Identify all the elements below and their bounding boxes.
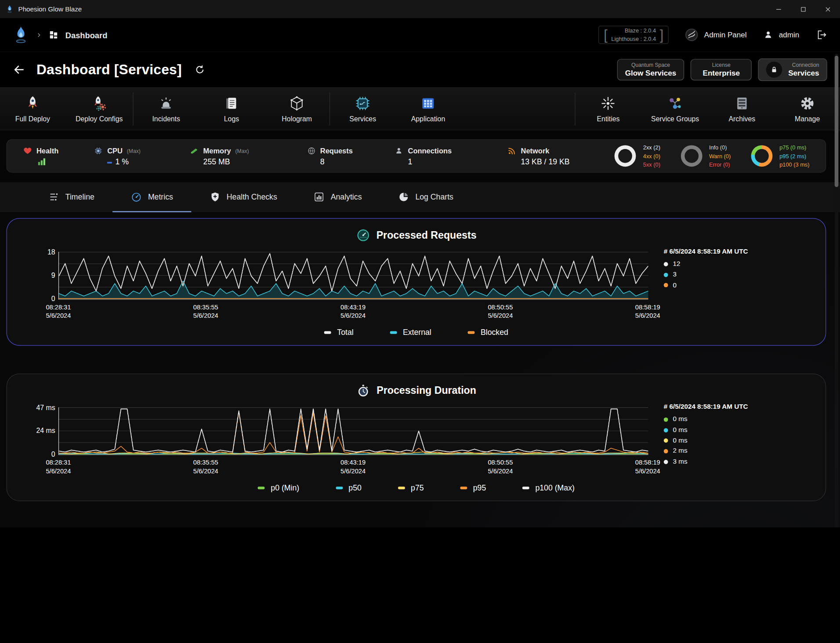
full-deploy-button[interactable]: Full Deploy [0,88,65,130]
incidents-button[interactable]: Incidents [134,88,199,130]
hologram-button[interactable]: Hologram [264,88,329,130]
legend-external[interactable]: External [390,328,431,337]
chart-timestamp: # 6/5/2024 8:58:19 AM UTC [664,247,825,255]
quantum-space-badge[interactable]: Quantum Space Glow Services [617,59,684,80]
current-p95: 2 ms [673,446,688,457]
lock-icon [770,65,779,74]
log-info-label: Info (0) [709,143,731,152]
logout-button[interactable] [815,29,827,41]
minimize-icon [775,5,782,13]
requests-stat: Requests 8 [307,146,353,166]
processing-duration-panel: Processing Duration 47 ms 24 ms 0 # 6/5/… [7,374,826,501]
cpu-icon [94,146,103,155]
user-menu[interactable]: admin [763,29,799,40]
current-p100: 3 ms [673,457,688,467]
latency-p75-label: p75 (0 ms) [779,143,809,152]
cpu-stat: CPU (Max) 1 % [94,146,141,166]
page-title: Dashboard [Services] [36,62,182,78]
legend-blocked[interactable]: Blocked [468,328,508,337]
current-p75: 0 ms [673,436,688,446]
legend-p0[interactable]: p0 (Min) [258,483,299,492]
close-button[interactable] [815,0,840,18]
back-button[interactable] [13,63,25,76]
legend-total[interactable]: Total [324,328,354,337]
brand-flame-icon[interactable] [13,25,29,44]
connection-badge[interactable]: Connection Services [758,58,827,81]
http-5xx-label: 5xx (0) [643,160,660,169]
chart-legend: Total External Blocked [7,328,826,337]
badge-caption: Quantum Space [625,62,677,68]
panel-title-text: Processed Requests [377,229,477,241]
latency-donut [751,145,773,167]
chip-icon [355,95,371,111]
tab-analytics[interactable]: Analytics [295,182,380,212]
badge-value: Services [788,69,819,77]
admin-panel-label: Admin Panel [704,31,747,40]
health-bars-icon [36,158,47,166]
panel-title-text: Processing Duration [377,385,476,397]
services-button[interactable]: Services [330,88,395,130]
badge-caption: Connection [788,62,819,68]
current-external: 3 [673,269,677,280]
title-bar: Phoesion Glow Blaze [0,0,840,18]
timeline-icon [48,191,60,203]
breadcrumb[interactable]: Dashboard [65,30,108,40]
tab-health-checks[interactable]: Health Checks [191,182,295,212]
x-axis-labels: 08:28:315/6/2024 08:35:555/6/2024 08:43:… [58,459,648,476]
duration-chart-plot [58,407,648,455]
entities-button[interactable]: Entities [576,88,641,130]
window-controls [766,0,840,18]
scrollbar-thumb[interactable] [835,56,839,187]
chart-timestamp: # 6/5/2024 8:58:19 AM UTC [664,403,825,411]
memory-stat: Memory (Max) 255 MB [190,146,249,166]
logs-button[interactable]: Logs [199,88,264,130]
dashboard-grid-icon [49,30,58,40]
minimize-button[interactable] [766,0,791,18]
analytics-icon [314,191,325,203]
stopwatch-icon [356,384,370,398]
log-levels-donut-group: Info (0) Warn (0) Error (0) [681,143,731,169]
tabs-bar: Timeline Metrics Health Checks Analytics… [0,182,840,213]
version-box: [ Blaze : 2.0.4 Lighthouse : 2.0.4 ] [598,26,669,44]
service-groups-button[interactable]: Service Groups [641,88,710,130]
archives-button[interactable]: Archives [709,88,775,130]
maximize-button[interactable] [791,0,815,18]
rocket-gear-icon [91,95,107,111]
legend-p75[interactable]: p75 [398,483,424,492]
deploy-configs-button[interactable]: Deploy Configs [65,88,133,130]
http-codes-donut [615,145,636,167]
log-warn-label: Warn (0) [709,152,731,160]
page-header: Dashboard [Services] Quantum Space Glow … [0,52,840,87]
sparkle-icon [600,95,616,111]
molecule-icon [667,95,683,111]
tab-log-charts[interactable]: Log Charts [380,182,471,212]
latency-donut-group: p75 (0 ms) p95 (2 ms) p100 (3 ms) [751,143,810,169]
http-4xx-label: 4xx (0) [643,152,660,160]
manage-button[interactable]: Manage [775,88,840,130]
cube-icon [289,95,305,111]
legend-p50[interactable]: p50 [336,483,362,492]
badge-caption: License [699,62,744,68]
license-badge[interactable]: License Enterprise [691,59,752,80]
toolbar: Full Deploy Deploy Configs Incidents Log… [0,87,840,131]
application-button[interactable]: Application [395,88,461,130]
lock-circle [766,62,782,78]
heart-icon [23,146,32,156]
legend-p95[interactable]: p95 [460,483,486,492]
current-p50: 0 ms [673,425,688,436]
gear-icon [799,95,815,111]
vertical-scrollbar[interactable] [835,54,839,527]
app-bar: Dashboard [ Blaze : 2.0.4 Lighthouse : 2… [0,18,840,52]
chart-legend: p0 (Min) p50 p75 p95 p100 (Max) [7,483,826,492]
tab-metrics[interactable]: Metrics [112,182,191,212]
current-total: 12 [673,259,681,269]
person-icon [763,29,773,40]
metrics-icon [131,191,142,203]
log-levels-donut [681,145,702,167]
refresh-button[interactable] [195,64,205,75]
legend-p100[interactable]: p100 (Max) [522,483,575,492]
tab-timeline[interactable]: Timeline [30,182,112,212]
close-icon [824,5,832,13]
rocket-icon [25,95,41,111]
admin-panel-button[interactable]: Admin Panel [685,28,747,42]
